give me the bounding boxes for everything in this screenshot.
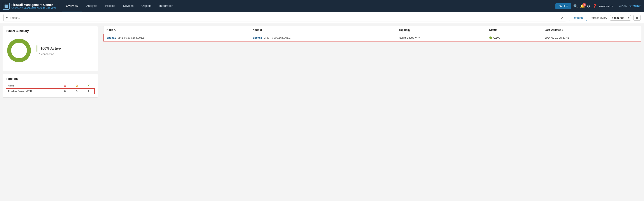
cisco-logo-svg: cisco [619, 4, 628, 8]
connection-label: 1 connection [39, 53, 61, 56]
filter-clear-button[interactable]: ✕ [560, 16, 564, 20]
filter-bar: ▼ ✕ Refresh Refresh every 1 minute 5 min… [0, 12, 644, 23]
chevron-down-icon: ▾ [612, 4, 613, 8]
svg-text:cisco: cisco [619, 4, 627, 8]
donut-chart [6, 37, 32, 64]
refresh-every-label: Refresh every [590, 16, 607, 19]
help-icon: ❓ [592, 4, 597, 8]
pause-icon: ⏸ [636, 16, 638, 19]
user-menu[interactable]: rasabrah ▾ [599, 4, 613, 8]
nav-item-overview[interactable]: Overview [62, 0, 82, 12]
help-button[interactable]: ❓ [592, 4, 597, 8]
donut-legend: 100% Active 1 connection [36, 45, 61, 56]
search-button[interactable]: 🔍 [573, 4, 578, 8]
col-last-updated[interactable]: Last Updated [542, 26, 641, 34]
app-title-block: Firewall Management Center Overview / Da… [12, 3, 56, 9]
filter-icon: ▼ [6, 16, 8, 19]
topo-row-name: Route-Based-VPN [6, 88, 59, 94]
filter-input[interactable] [10, 16, 559, 19]
node-a-name: Spoke1 [106, 36, 116, 39]
topo-row-orange-count: 0 [71, 88, 83, 94]
percent-label: 100% Active [40, 46, 61, 50]
nav-menu: Overview Analysis Policies Devices Objec… [62, 0, 555, 12]
main-content: Tunnel Summary 100% Active 1 connec [0, 23, 644, 201]
last-updated-cell: 2024-07-10 05:37:43 [542, 34, 641, 42]
notification-badge: 1 [582, 3, 586, 6]
topo-row-green-count: 1 [83, 88, 94, 94]
node-b-name: Spoke2 [253, 36, 262, 39]
node-b-cell: Spoke2 (VPN IP: 209.165.201.2) [250, 34, 396, 42]
topology-title: Topology [6, 77, 95, 80]
legend-bar [36, 45, 38, 52]
nav-item-integration[interactable]: Integration [155, 0, 177, 12]
table-row[interactable]: Spoke1 (VPN IP: 209.165.201.1) Spoke2 (V… [104, 34, 641, 42]
node-b-ip: (VPN IP: 209.165.201.2) [263, 36, 292, 39]
data-table-wrap: Node A Node B Topology Status Last Updat… [103, 26, 642, 42]
app-title: Firewall Management Center [12, 3, 56, 6]
notifications-button[interactable]: 🔔 1 [580, 4, 585, 8]
secure-label: SECURE [629, 4, 642, 8]
topo-col-name: Name [6, 83, 59, 88]
filter-input-wrap: ▼ ✕ [4, 14, 566, 21]
breadcrumb: Overview / Dashboards / Site to Site VPN [12, 6, 56, 9]
svg-point-6 [9, 41, 29, 60]
topo-green-icon: ✔ [87, 84, 90, 87]
gear-icon: ⚙ [587, 4, 590, 8]
topo-col-orange: ⊙ [71, 83, 83, 88]
nav-item-policies[interactable]: Policies [101, 0, 119, 12]
nav-right: Deploy 🔍 🔔 1 ⚙ ❓ rasabrah ▾ cisco SECURE [556, 3, 642, 9]
table-row[interactable]: Route-Based-VPN 0 0 1 [6, 88, 94, 94]
svg-rect-2 [4, 6, 6, 8]
tunnel-summary-card: Tunnel Summary 100% Active 1 connec [2, 26, 98, 71]
status-dot-icon [489, 36, 492, 39]
logo-svg [4, 4, 8, 8]
svg-rect-0 [4, 4, 6, 6]
topology-cell: Route-Based-VPN [396, 34, 486, 42]
cisco-brand: cisco SECURE [617, 4, 642, 8]
status-cell: Active [486, 34, 542, 42]
top-nav: Firewall Management Center Overview / Da… [0, 0, 644, 12]
search-icon: 🔍 [573, 4, 578, 8]
col-node-b[interactable]: Node B [250, 26, 396, 34]
svg-rect-3 [6, 6, 8, 8]
topo-red-icon: ⊖ [64, 84, 66, 87]
pause-button[interactable]: ⏸ [634, 15, 640, 20]
status-label: Active [493, 36, 500, 39]
donut-section: 100% Active 1 connection [6, 35, 95, 68]
node-a-cell: Spoke1 (VPN IP: 209.165.201.1) [104, 34, 250, 42]
data-table: Node A Node B Topology Status Last Updat… [104, 26, 641, 42]
right-panel: Node A Node B Topology Status Last Updat… [100, 23, 644, 201]
topo-col-red: ⊖ [59, 83, 71, 88]
interval-select-wrap: 1 minute 5 minutes 10 minutes 30 minutes [610, 15, 631, 20]
deploy-button[interactable]: Deploy [556, 3, 571, 9]
svg-rect-1 [6, 4, 8, 6]
app-logo: Firewall Management Center Overview / Da… [2, 2, 59, 9]
topo-row-red-count: 0 [59, 88, 71, 94]
nav-item-objects[interactable]: Objects [138, 0, 155, 12]
topo-orange-icon: ⊙ [76, 84, 78, 87]
donut-svg [6, 37, 32, 64]
topo-col-green: ✔ [83, 83, 94, 88]
col-status[interactable]: Status [486, 26, 542, 34]
status-active: Active [489, 36, 538, 39]
topology-card: Topology Name ⊖ ⊙ ✔ Route-Based-VPN 0 0 [2, 74, 98, 98]
col-topology[interactable]: Topology [396, 26, 486, 34]
logo-icon [2, 2, 10, 9]
nav-item-devices[interactable]: Devices [119, 0, 138, 12]
node-a-ip: (VPN IP: 209.165.201.1) [116, 36, 145, 39]
col-node-a[interactable]: Node A [104, 26, 250, 34]
refresh-button[interactable]: Refresh [569, 15, 587, 21]
left-panel: Tunnel Summary 100% Active 1 connec [0, 23, 100, 201]
settings-button[interactable]: ⚙ [587, 4, 590, 8]
interval-select[interactable]: 1 minute 5 minutes 10 minutes 30 minutes [610, 15, 631, 20]
tunnel-summary-title: Tunnel Summary [6, 29, 95, 32]
nav-item-analysis[interactable]: Analysis [82, 0, 101, 12]
topology-table: Name ⊖ ⊙ ✔ Route-Based-VPN 0 0 1 [6, 83, 95, 94]
